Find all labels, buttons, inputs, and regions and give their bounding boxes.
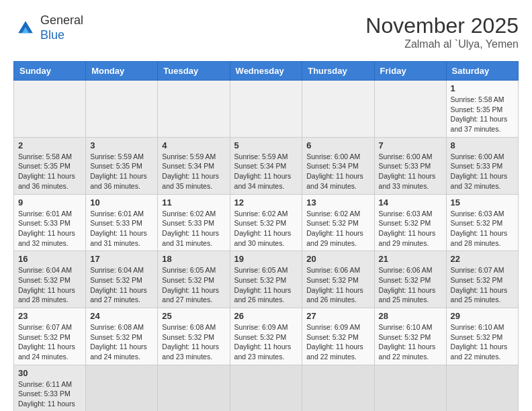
location: Zalmah al `Ulya, Yemen [365,38,519,50]
calendar-cell: 11Sunrise: 6:02 AM Sunset: 5:33 PM Dayli… [158,194,230,251]
calendar-header-row: SundayMondayTuesdayWednesdayThursdayFrid… [14,62,519,81]
calendar-cell [230,365,302,411]
day-info: Sunrise: 6:00 AM Sunset: 5:33 PM Dayligh… [451,152,514,191]
calendar-cell [14,81,86,138]
month-title: November 2025 [365,13,519,38]
day-info: Sunrise: 6:00 AM Sunset: 5:34 PM Dayligh… [306,152,369,191]
logo-blue: Blue [40,28,64,42]
calendar-week-row: 30Sunrise: 6:11 AM Sunset: 5:33 PM Dayli… [14,365,519,411]
day-number: 23 [18,311,81,321]
calendar-cell [86,81,158,138]
calendar-cell: 8Sunrise: 6:00 AM Sunset: 5:33 PM Daylig… [446,137,518,194]
day-number: 5 [234,140,298,150]
calendar-cell [374,365,446,411]
day-number: 26 [234,311,298,321]
day-info: Sunrise: 6:01 AM Sunset: 5:33 PM Dayligh… [90,209,153,248]
page-header: General Blue November 2025 Zalmah al `Ul… [13,13,519,50]
calendar-cell: 25Sunrise: 6:08 AM Sunset: 5:32 PM Dayli… [158,308,230,365]
calendar-cell: 9Sunrise: 6:01 AM Sunset: 5:33 PM Daylig… [14,194,86,251]
col-header-tuesday: Tuesday [158,62,230,81]
col-header-saturday: Saturday [446,62,518,81]
calendar-cell: 7Sunrise: 6:00 AM Sunset: 5:33 PM Daylig… [374,137,446,194]
day-info: Sunrise: 6:05 AM Sunset: 5:32 PM Dayligh… [162,265,225,305]
calendar-week-row: 1Sunrise: 5:58 AM Sunset: 5:35 PM Daylig… [14,81,519,138]
day-info: Sunrise: 6:05 AM Sunset: 5:32 PM Dayligh… [234,265,298,305]
day-number: 18 [162,254,225,264]
col-header-sunday: Sunday [14,62,86,81]
day-info: Sunrise: 5:58 AM Sunset: 5:35 PM Dayligh… [451,95,514,134]
day-number: 12 [234,197,298,208]
day-info: Sunrise: 6:10 AM Sunset: 5:32 PM Dayligh… [451,322,514,362]
day-info: Sunrise: 6:06 AM Sunset: 5:32 PM Dayligh… [306,265,369,305]
day-info: Sunrise: 6:11 AM Sunset: 5:33 PM Dayligh… [18,379,81,411]
calendar-cell [302,81,374,138]
calendar-cell: 3Sunrise: 5:59 AM Sunset: 5:35 PM Daylig… [86,137,158,194]
day-number: 25 [162,311,225,321]
day-info: Sunrise: 6:07 AM Sunset: 5:32 PM Dayligh… [18,322,81,362]
calendar-cell: 29Sunrise: 6:10 AM Sunset: 5:32 PM Dayli… [446,308,518,365]
calendar-cell: 27Sunrise: 6:09 AM Sunset: 5:32 PM Dayli… [302,308,374,365]
day-number: 27 [306,311,369,321]
calendar-cell: 15Sunrise: 6:03 AM Sunset: 5:32 PM Dayli… [446,194,518,251]
day-number: 15 [451,197,514,208]
day-number: 13 [306,197,369,208]
calendar-cell: 2Sunrise: 5:58 AM Sunset: 5:35 PM Daylig… [14,137,86,194]
day-number: 24 [90,311,153,321]
calendar-cell: 10Sunrise: 6:01 AM Sunset: 5:33 PM Dayli… [86,194,158,251]
day-number: 21 [379,254,442,264]
calendar-cell: 22Sunrise: 6:07 AM Sunset: 5:32 PM Dayli… [446,251,518,308]
day-info: Sunrise: 6:09 AM Sunset: 5:32 PM Dayligh… [306,322,369,362]
calendar-cell [302,365,374,411]
calendar-cell: 4Sunrise: 5:59 AM Sunset: 5:34 PM Daylig… [158,137,230,194]
calendar-cell: 16Sunrise: 6:04 AM Sunset: 5:32 PM Dayli… [14,251,86,308]
calendar: SundayMondayTuesdayWednesdayThursdayFrid… [13,61,519,411]
calendar-week-row: 9Sunrise: 6:01 AM Sunset: 5:33 PM Daylig… [14,194,519,251]
day-info: Sunrise: 6:08 AM Sunset: 5:32 PM Dayligh… [162,322,225,362]
logo-text: General Blue [40,13,83,42]
col-header-friday: Friday [374,62,446,81]
day-number: 20 [306,254,369,264]
day-number: 22 [451,254,514,264]
day-info: Sunrise: 5:59 AM Sunset: 5:35 PM Dayligh… [90,152,153,191]
day-number: 6 [306,140,369,150]
calendar-cell: 13Sunrise: 6:02 AM Sunset: 5:32 PM Dayli… [302,194,374,251]
calendar-cell: 12Sunrise: 6:02 AM Sunset: 5:32 PM Dayli… [230,194,302,251]
day-info: Sunrise: 6:02 AM Sunset: 5:32 PM Dayligh… [306,209,369,248]
day-number: 3 [90,140,153,150]
day-info: Sunrise: 6:03 AM Sunset: 5:32 PM Dayligh… [379,209,442,248]
calendar-cell [230,81,302,138]
day-number: 8 [451,140,514,150]
day-info: Sunrise: 6:10 AM Sunset: 5:32 PM Dayligh… [379,322,442,362]
day-number: 2 [18,140,81,150]
day-number: 14 [379,197,442,208]
calendar-cell: 17Sunrise: 6:04 AM Sunset: 5:32 PM Dayli… [86,251,158,308]
logo: General Blue [13,13,83,42]
calendar-week-row: 2Sunrise: 5:58 AM Sunset: 5:35 PM Daylig… [14,137,519,194]
day-info: Sunrise: 6:09 AM Sunset: 5:32 PM Dayligh… [234,322,298,362]
calendar-cell: 14Sunrise: 6:03 AM Sunset: 5:32 PM Dayli… [374,194,446,251]
day-info: Sunrise: 6:08 AM Sunset: 5:32 PM Dayligh… [90,322,153,362]
day-number: 19 [234,254,298,264]
calendar-cell [374,81,446,138]
calendar-cell: 26Sunrise: 6:09 AM Sunset: 5:32 PM Dayli… [230,308,302,365]
logo-general: General [40,13,83,27]
calendar-cell [446,365,518,411]
day-info: Sunrise: 6:06 AM Sunset: 5:32 PM Dayligh… [379,265,442,305]
col-header-thursday: Thursday [302,62,374,81]
day-info: Sunrise: 6:03 AM Sunset: 5:32 PM Dayligh… [451,209,514,248]
calendar-week-row: 23Sunrise: 6:07 AM Sunset: 5:32 PM Dayli… [14,308,519,365]
calendar-cell: 5Sunrise: 5:59 AM Sunset: 5:34 PM Daylig… [230,137,302,194]
day-info: Sunrise: 5:58 AM Sunset: 5:35 PM Dayligh… [18,152,81,191]
calendar-cell: 19Sunrise: 6:05 AM Sunset: 5:32 PM Dayli… [230,251,302,308]
day-number: 7 [379,140,442,150]
day-info: Sunrise: 6:02 AM Sunset: 5:33 PM Dayligh… [162,209,225,248]
day-info: Sunrise: 6:01 AM Sunset: 5:33 PM Dayligh… [18,209,81,248]
day-info: Sunrise: 6:07 AM Sunset: 5:32 PM Dayligh… [451,265,514,305]
calendar-cell: 21Sunrise: 6:06 AM Sunset: 5:32 PM Dayli… [374,251,446,308]
calendar-cell: 28Sunrise: 6:10 AM Sunset: 5:32 PM Dayli… [374,308,446,365]
calendar-cell: 1Sunrise: 5:58 AM Sunset: 5:35 PM Daylig… [446,81,518,138]
day-number: 28 [379,311,442,321]
logo-icon [13,16,38,40]
day-info: Sunrise: 6:02 AM Sunset: 5:32 PM Dayligh… [234,209,298,248]
day-info: Sunrise: 6:00 AM Sunset: 5:33 PM Dayligh… [379,152,442,191]
